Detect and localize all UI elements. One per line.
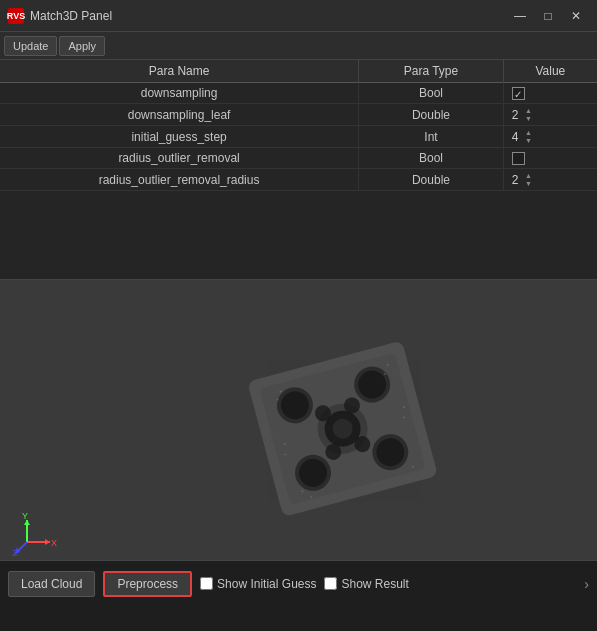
show-result-label[interactable]: Show Result: [324, 577, 408, 591]
param-value-number: 2: [512, 173, 519, 187]
table-row: radius_outlier_removal_radiusDouble2▲▼: [0, 169, 597, 191]
param-value-cell[interactable]: [503, 148, 597, 169]
apply-button[interactable]: Apply: [59, 36, 105, 56]
param-value-number: 4: [512, 130, 519, 144]
close-button[interactable]: ✕: [563, 6, 589, 26]
param-checkbox[interactable]: [512, 152, 525, 165]
param-type-cell: Double: [359, 104, 504, 126]
param-name-cell: downsampling_leaf: [0, 104, 359, 126]
parameter-table: Para Name Para Type Value downsamplingBo…: [0, 60, 597, 191]
param-type-cell: Bool: [359, 148, 504, 169]
load-cloud-button[interactable]: Load Cloud: [8, 571, 95, 597]
param-type-cell: Bool: [359, 83, 504, 104]
svg-marker-29: [45, 539, 50, 545]
table-row: downsampling_leafDouble2▲▼: [0, 104, 597, 126]
table-row: initial_guess_stepInt4▲▼: [0, 126, 597, 148]
show-result-text: Show Result: [341, 577, 408, 591]
maximize-button[interactable]: □: [535, 6, 561, 26]
show-initial-guess-text: Show Initial Guess: [217, 577, 316, 591]
table-row: downsamplingBool: [0, 83, 597, 104]
window-title: Match3D Panel: [30, 9, 507, 23]
param-type-cell: Double: [359, 169, 504, 191]
main-toolbar: Update Apply: [0, 32, 597, 60]
app-icon: RVS: [8, 8, 24, 24]
table-row: radius_outlier_removalBool: [0, 148, 597, 169]
spinner-down[interactable]: ▼: [522, 180, 534, 187]
param-value-number: 2: [512, 108, 519, 122]
param-spinner[interactable]: ▲▼: [522, 172, 534, 187]
param-value-cell[interactable]: 2▲▼: [503, 104, 597, 126]
show-initial-guess-label[interactable]: Show Initial Guess: [200, 577, 316, 591]
minimize-button[interactable]: —: [507, 6, 533, 26]
window-controls: — □ ✕: [507, 6, 589, 26]
param-value-cell[interactable]: 4▲▼: [503, 126, 597, 148]
param-spinner[interactable]: ▲▼: [522, 107, 534, 122]
svg-text:Y: Y: [22, 512, 28, 521]
preprocess-button[interactable]: Preprocess: [103, 571, 192, 597]
spinner-down[interactable]: ▼: [522, 115, 534, 122]
viewport-canvas: [0, 280, 597, 560]
col-header-name: Para Name: [0, 60, 359, 83]
show-initial-guess-checkbox[interactable]: [200, 577, 213, 590]
param-value-cell[interactable]: 2▲▼: [503, 169, 597, 191]
scroll-right-icon[interactable]: ›: [584, 576, 589, 592]
spinner-up[interactable]: ▲: [522, 129, 534, 136]
param-value-cell[interactable]: [503, 83, 597, 104]
axis-indicator: X Y Z: [12, 512, 52, 552]
parameter-table-wrapper: Para Name Para Type Value downsamplingBo…: [0, 60, 597, 280]
svg-text:X: X: [51, 538, 57, 548]
spinner-up[interactable]: ▲: [522, 172, 534, 179]
table-header-row: Para Name Para Type Value: [0, 60, 597, 83]
title-bar: RVS Match3D Panel — □ ✕: [0, 0, 597, 32]
bottom-toolbar: Load Cloud Preprocess Show Initial Guess…: [0, 560, 597, 606]
param-type-cell: Int: [359, 126, 504, 148]
show-result-checkbox[interactable]: [324, 577, 337, 590]
spinner-down[interactable]: ▼: [522, 137, 534, 144]
col-header-value: Value: [503, 60, 597, 83]
param-name-cell: radius_outlier_removal_radius: [0, 169, 359, 191]
col-header-type: Para Type: [359, 60, 504, 83]
param-name-cell: radius_outlier_removal: [0, 148, 359, 169]
viewport[interactable]: X Y Z: [0, 280, 597, 560]
svg-text:Z: Z: [12, 548, 18, 557]
param-name-cell: initial_guess_step: [0, 126, 359, 148]
param-name-cell: downsampling: [0, 83, 359, 104]
model-svg: [210, 304, 474, 554]
param-spinner[interactable]: ▲▼: [522, 129, 534, 144]
3d-model: [210, 304, 475, 557]
update-button[interactable]: Update: [4, 36, 57, 56]
spinner-up[interactable]: ▲: [522, 107, 534, 114]
param-checkbox[interactable]: [512, 87, 525, 100]
